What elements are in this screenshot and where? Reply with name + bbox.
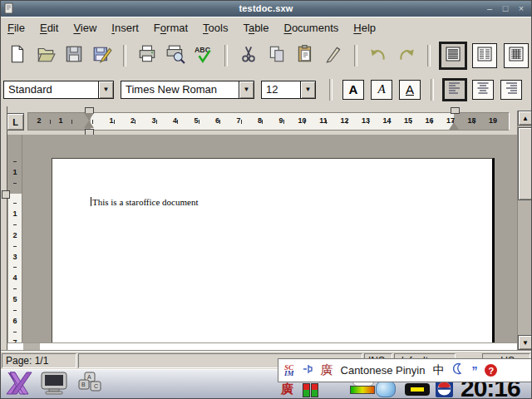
new-document-button[interactable] [4, 42, 31, 69]
redo-icon [397, 44, 416, 66]
tray-ime-icon[interactable]: 廣 [281, 382, 293, 397]
ime-language-icon[interactable]: 廣 [321, 362, 333, 378]
align-left-button[interactable] [444, 80, 466, 100]
ruler-tick [219, 120, 220, 124]
view-two-columns-button[interactable] [472, 43, 497, 68]
paragraph-style-value[interactable]: Standard [3, 81, 98, 99]
ruler-number: 2 [8, 231, 22, 239]
top-margin-marker[interactable] [2, 190, 10, 199]
ruler-number: 12 [340, 116, 348, 125]
menu-table[interactable]: Table [235, 20, 276, 36]
close-button-icon[interactable]: × [516, 2, 526, 14]
underline-button[interactable]: A [399, 80, 421, 100]
punctuation-icon[interactable]: ” [471, 364, 477, 377]
paste-button[interactable] [292, 42, 318, 69]
align-right-button[interactable] [500, 80, 522, 100]
monitor-icon[interactable] [38, 371, 70, 399]
toolbar-separator [329, 79, 332, 101]
toolbar-separator [123, 45, 126, 66]
cut-button[interactable] [235, 42, 262, 69]
undo-icon [368, 44, 388, 66]
italic-button[interactable]: A [371, 80, 392, 100]
ruler-tick [347, 120, 347, 124]
font-size-combo[interactable]: 12 ▼ [261, 81, 316, 99]
paragraph-style-combo[interactable]: Standard ▼ [3, 81, 114, 99]
menu-tools[interactable]: Tools [195, 20, 235, 36]
scroll-down-icon[interactable]: ▼ [518, 335, 532, 350]
chevron-down-icon[interactable]: ▼ [98, 81, 114, 99]
font-name-value[interactable]: Times New Roman [121, 81, 239, 99]
scim-logo-icon[interactable]: SC IM [284, 365, 294, 377]
format-pen-button[interactable] [320, 42, 347, 69]
menu-documents[interactable]: Documents [277, 20, 347, 36]
first-line-indent-marker[interactable] [84, 113, 94, 121]
open-button[interactable] [32, 42, 59, 69]
chevron-down-icon[interactable]: ▼ [239, 81, 254, 99]
copy-button[interactable] [264, 42, 290, 69]
horizontal-ruler[interactable]: 2112345678910111213141516171819 [27, 112, 510, 131]
menu-view[interactable]: View [66, 20, 104, 36]
status-page: Page: 1/1 [2, 353, 76, 368]
vertical-scrollbar[interactable]: ▲ ▼ [517, 111, 532, 350]
chevron-down-icon[interactable]: ▼ [300, 81, 316, 99]
menu-insert[interactable]: Insert [104, 20, 146, 36]
keyboard-icon[interactable]: ABC [75, 371, 105, 399]
page-preview-button[interactable] [162, 42, 189, 69]
scrollbar-thumb[interactable] [518, 127, 532, 200]
view-grid-button[interactable] [504, 43, 529, 68]
menu-edit[interactable]: Edit [32, 20, 66, 36]
right-margin-marker[interactable] [451, 107, 460, 114]
minimize-button-icon[interactable]: – [485, 2, 495, 14]
ruler-tick [114, 120, 115, 124]
font-size-value[interactable]: 12 [261, 81, 300, 99]
menu-help[interactable]: Help [346, 20, 383, 36]
fullwidth-moon-icon[interactable] [451, 362, 464, 378]
document-text[interactable]: This is a staroffice document [92, 197, 198, 207]
ruler-tick [13, 267, 17, 268]
undo-button[interactable] [365, 42, 392, 69]
align-center-button[interactable] [472, 80, 494, 100]
scroll-up-icon[interactable]: ▲ [518, 111, 532, 126]
x11-logo-icon[interactable] [5, 371, 33, 399]
ruler-number: 18 [467, 116, 475, 125]
bold-button[interactable]: A [342, 80, 364, 100]
font-name-combo[interactable]: Times New Roman ▼ [121, 81, 254, 99]
hanging-indent-marker[interactable] [84, 121, 94, 128]
pin-icon[interactable] [302, 363, 313, 378]
ruler-number: 3 [8, 253, 22, 261]
menu-format[interactable]: Format [146, 20, 195, 36]
ruler-number: 4 [8, 273, 22, 282]
ruler-tick [411, 120, 411, 124]
ime-mode-icon[interactable]: 中 [432, 363, 444, 378]
document-page[interactable]: This is a staroffice document [52, 158, 495, 342]
spellcheck-button[interactable]: ABC [190, 42, 217, 69]
toolbar-separator [354, 45, 357, 66]
save-button[interactable] [61, 42, 87, 69]
print-button[interactable] [134, 42, 160, 69]
meter-icon[interactable] [311, 383, 318, 397]
gradient-meter-icon[interactable] [350, 386, 375, 394]
cut-icon [239, 44, 259, 66]
ruler-number: 5 [8, 295, 22, 303]
logo-ball-icon[interactable] [436, 380, 453, 397]
document-area: 11234567 This is a staroffice document [7, 135, 517, 342]
scim-input-panel[interactable]: SC IM 廣 Cantonese Pinyin 中 ” ? [278, 358, 532, 382]
titlebar[interactable]: testdoc.sxw – □ × [0, 0, 532, 17]
help-icon[interactable]: ? [485, 364, 497, 377]
tab-stop-selector[interactable]: L [7, 113, 24, 131]
align-center-icon [475, 80, 491, 99]
battery-monitor-icon[interactable] [405, 383, 430, 396]
vertical-ruler[interactable]: 11234567 [8, 135, 22, 342]
blue-app-icon[interactable] [376, 381, 396, 397]
window-title: testdoc.sxw [0, 3, 532, 13]
redo-button[interactable] [393, 42, 420, 69]
ime-name[interactable]: Cantonese Pinyin [341, 364, 426, 377]
ruler-tick [50, 120, 51, 124]
ruler-number: 19 [489, 116, 497, 125]
meter-icon[interactable] [303, 383, 310, 397]
right-indent-marker[interactable] [449, 122, 459, 130]
view-single-column-button[interactable] [441, 43, 466, 68]
menu-file[interactable]: File [0, 20, 32, 36]
maximize-button-icon[interactable]: □ [500, 2, 510, 14]
edit-file-button[interactable] [89, 42, 116, 69]
